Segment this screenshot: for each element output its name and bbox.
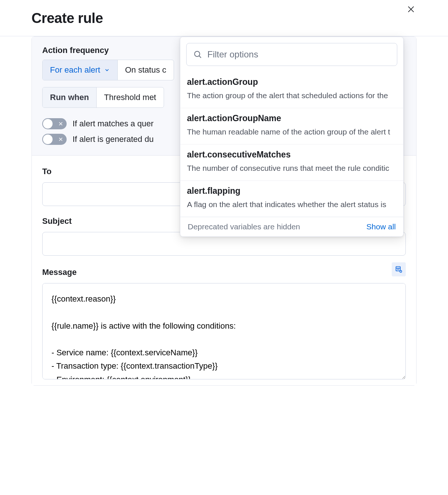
message-label: Message bbox=[42, 268, 77, 277]
x-icon bbox=[58, 137, 63, 142]
variable-insert-icon bbox=[395, 266, 402, 273]
option-alert-flapping[interactable]: alert.flapping A flag on the alert that … bbox=[180, 181, 403, 217]
svg-line-13 bbox=[199, 56, 201, 58]
toggle-label-1: If alert matches a quer bbox=[73, 119, 154, 129]
insert-variable-button[interactable] bbox=[392, 262, 406, 276]
run-when-value: Threshold met bbox=[104, 93, 156, 102]
close-button[interactable] bbox=[407, 5, 415, 13]
show-all-link[interactable]: Show all bbox=[367, 222, 396, 231]
filter-options-input[interactable] bbox=[207, 49, 390, 60]
toggle-label-2: If alert is generated du bbox=[73, 134, 154, 144]
toggle-if-matches-query[interactable] bbox=[42, 118, 67, 129]
options-list: alert.actionGroup The action group of th… bbox=[180, 72, 403, 217]
option-desc: A flag on the alert that indicates wheth… bbox=[187, 199, 397, 210]
option-alert-actionGroupName[interactable]: alert.actionGroupName The human readable… bbox=[180, 108, 403, 144]
option-name: alert.consecutiveMatches bbox=[187, 150, 397, 160]
toggle-if-generated-during[interactable] bbox=[42, 134, 67, 145]
run-when-row: Run when Threshold met bbox=[42, 87, 164, 108]
option-alert-consecutiveMatches[interactable]: alert.consecutiveMatches The number of c… bbox=[180, 144, 403, 181]
x-icon bbox=[58, 121, 63, 126]
toggle-knob bbox=[43, 119, 53, 129]
popover-footer: Deprecated variables are hidden Show all bbox=[180, 217, 403, 236]
search-icon bbox=[193, 50, 202, 59]
run-when-label-box: Run when bbox=[43, 87, 96, 107]
filter-options-search[interactable] bbox=[186, 43, 397, 66]
chevron-down-icon bbox=[104, 67, 110, 73]
option-desc: The action group of the alert that sched… bbox=[187, 90, 397, 101]
frequency-other-label: On status c bbox=[125, 65, 166, 75]
rule-panel: Action frequency For each alert On statu… bbox=[31, 36, 417, 386]
message-textarea[interactable] bbox=[42, 283, 406, 379]
option-desc: The human readable name of the action gr… bbox=[187, 126, 397, 137]
option-name: alert.actionGroupName bbox=[187, 113, 397, 123]
svg-rect-6 bbox=[396, 267, 401, 271]
svg-point-12 bbox=[195, 52, 200, 57]
option-desc: The number of consecutive runs that meet… bbox=[187, 163, 397, 174]
deprecated-hint: Deprecated variables are hidden bbox=[188, 222, 300, 231]
page-title: Create rule bbox=[31, 10, 417, 26]
option-name: alert.flapping bbox=[187, 186, 397, 196]
option-alert-actionGroup[interactable]: alert.actionGroup The action group of th… bbox=[180, 72, 403, 108]
frequency-select-row: For each alert On status c bbox=[42, 60, 174, 80]
frequency-for-each-alert[interactable]: For each alert bbox=[43, 60, 117, 80]
close-icon bbox=[407, 5, 415, 13]
toggle-knob bbox=[43, 134, 53, 144]
frequency-active-label: For each alert bbox=[50, 65, 100, 75]
frequency-on-status-change[interactable]: On status c bbox=[117, 60, 174, 80]
run-when-label: Run when bbox=[50, 93, 89, 102]
run-when-value-select[interactable]: Threshold met bbox=[96, 87, 164, 107]
option-name: alert.actionGroup bbox=[187, 77, 397, 87]
variable-options-popover: alert.actionGroup The action group of th… bbox=[180, 37, 404, 237]
